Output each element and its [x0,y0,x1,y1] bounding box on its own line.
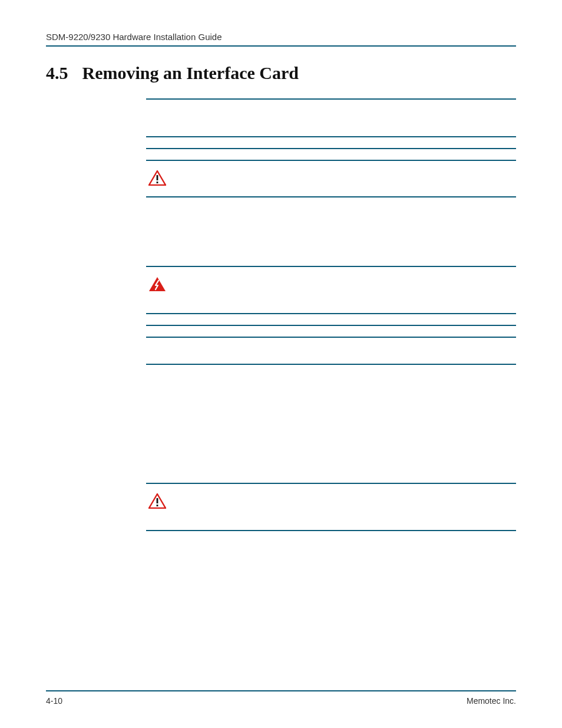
body-content [146,98,516,531]
header-rule [46,45,516,47]
section-heading: 4.5 Removing an Interface Card [46,63,516,83]
company-name: Memotec Inc. [467,696,516,706]
svg-rect-6 [157,505,158,506]
caution-block [146,168,516,189]
caution-block-2 [146,491,516,512]
page-footer: 4-10 Memotec Inc. [46,690,516,706]
svg-rect-5 [157,498,158,503]
running-header: SDM-9220/9230 Hardware Installation Guid… [46,32,516,42]
rule [146,160,516,161]
section-number: 4.5 [46,63,68,83]
svg-rect-2 [157,182,158,183]
page-number: 4-10 [46,696,62,706]
footer-rule [46,690,516,691]
svg-marker-3 [149,277,166,291]
electrical-warning-triangle-icon [148,276,166,292]
svg-rect-1 [157,175,158,180]
rule [146,266,516,267]
warning-block [146,274,516,295]
rule [146,483,516,484]
caution-triangle-icon [148,493,166,509]
section-title: Removing an Interface Card [82,63,299,83]
caution-triangle-icon [148,170,166,186]
rule [146,530,516,531]
